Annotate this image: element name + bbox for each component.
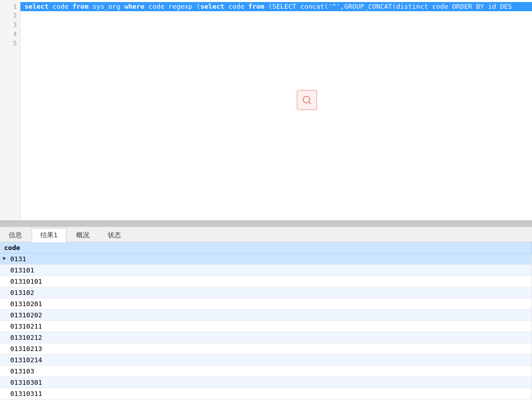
table-row[interactable]: 01310214 bbox=[0, 355, 532, 366]
column-header-code: code bbox=[0, 242, 532, 254]
bottom-panel: 信息 结果1 概况 状态 code 0131013101013101010131… bbox=[0, 227, 532, 400]
cell-code: 01310101 bbox=[0, 276, 532, 287]
table-row[interactable]: 0131 bbox=[0, 254, 532, 265]
cell-code: 01310301 bbox=[0, 377, 532, 388]
tab-overview[interactable]: 概况 bbox=[67, 228, 98, 242]
cell-code: 01310213 bbox=[0, 343, 532, 355]
tabs-bar: 信息 结果1 概况 状态 bbox=[0, 227, 532, 242]
line-number-4: 4 bbox=[13, 30, 17, 39]
table-row[interactable]: 013102 bbox=[0, 287, 532, 298]
svg-point-0 bbox=[303, 96, 310, 103]
code-line-5[interactable] bbox=[20, 39, 532, 48]
search-placeholder-icon bbox=[297, 90, 317, 110]
cell-code: 01310202 bbox=[0, 310, 532, 321]
table-row[interactable]: 01310201 bbox=[0, 298, 532, 310]
code-line-3[interactable] bbox=[20, 20, 532, 30]
code-line-4[interactable] bbox=[20, 30, 532, 39]
editor-area: 1 2 3 4 5 select code from sys_org where… bbox=[0, 0, 532, 220]
cell-code: 01310211 bbox=[0, 321, 532, 332]
tab-results1[interactable]: 结果1 bbox=[32, 228, 66, 242]
tab-status[interactable]: 状态 bbox=[99, 228, 130, 242]
cell-code: 0131 bbox=[0, 254, 532, 265]
code-content[interactable]: select code from sys_org where code rege… bbox=[20, 0, 532, 220]
table-row[interactable]: 01310212 bbox=[0, 332, 532, 343]
line-number-3: 3 bbox=[13, 20, 17, 30]
table-row[interactable]: 01310211 bbox=[0, 321, 532, 332]
tab-info[interactable]: 信息 bbox=[0, 228, 31, 242]
code-line-2[interactable] bbox=[20, 11, 532, 20]
line-numbers: 1 2 3 4 5 bbox=[0, 0, 20, 220]
table-row[interactable]: 01310301 bbox=[0, 377, 532, 388]
results-table: code 01310131010131010101310201310201013… bbox=[0, 242, 532, 399]
line-number-5: 5 bbox=[13, 39, 17, 48]
table-row[interactable]: 01310213 bbox=[0, 343, 532, 355]
code-line-1[interactable]: select code from sys_org where code rege… bbox=[20, 2, 532, 11]
cell-code: 01310214 bbox=[0, 355, 532, 366]
results-area[interactable]: code 01310131010131010101310201310201013… bbox=[0, 242, 532, 400]
line-number-1: 1 bbox=[13, 2, 17, 11]
horizontal-scrollbar[interactable] bbox=[0, 220, 532, 227]
table-row[interactable]: 013103 bbox=[0, 366, 532, 377]
cell-code: 01310212 bbox=[0, 332, 532, 343]
table-row[interactable]: 01310311 bbox=[0, 388, 532, 399]
cell-code: 01310201 bbox=[0, 298, 532, 310]
line-number-2: 2 bbox=[13, 11, 17, 20]
cell-code: 01310311 bbox=[0, 388, 532, 399]
table-row[interactable]: 013101 bbox=[0, 265, 532, 276]
cell-code: 013102 bbox=[0, 287, 532, 298]
cell-code: 013101 bbox=[0, 265, 532, 276]
cell-code: 013103 bbox=[0, 366, 532, 377]
table-row[interactable]: 01310202 bbox=[0, 310, 532, 321]
svg-line-1 bbox=[309, 102, 311, 104]
table-row[interactable]: 01310101 bbox=[0, 276, 532, 287]
